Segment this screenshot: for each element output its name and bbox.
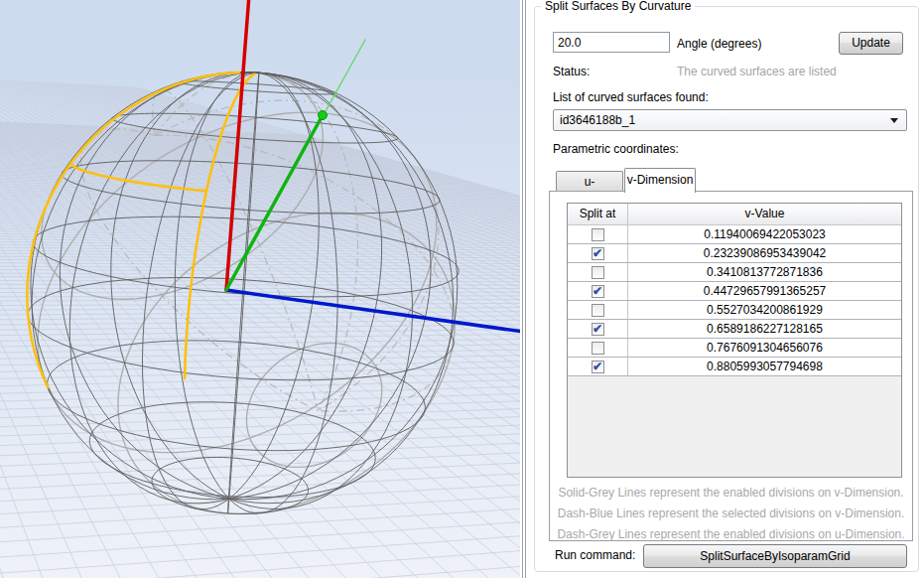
table-row: ✔0.44729657991365257 bbox=[568, 282, 901, 301]
surface-dropdown-value: id3646188b_1 bbox=[560, 113, 635, 127]
checkbox-cell: ✔ bbox=[568, 358, 628, 375]
split-checkbox[interactable] bbox=[592, 266, 604, 279]
tab-content-panel: Split at v-Value 0.11940069422053023✔0.2… bbox=[549, 191, 913, 541]
surface-dropdown[interactable]: id3646188b_1 bbox=[553, 109, 907, 131]
v-value-cell[interactable]: 0.44729657991365257 bbox=[628, 282, 901, 300]
v-value-cell[interactable]: 0.3410813772871836 bbox=[628, 263, 901, 281]
split-checkbox[interactable]: ✔ bbox=[592, 285, 604, 298]
split-checkbox[interactable]: ✔ bbox=[592, 323, 604, 336]
checkbox-cell: ✔ bbox=[568, 320, 628, 338]
parametric-label: Parametric coordinates: bbox=[553, 142, 679, 156]
angle-label: Angle (degrees) bbox=[677, 37, 761, 51]
legend-line-solid-grey: Solid-Grey Lines represent the enabled d… bbox=[550, 486, 912, 500]
header-v-value: v-Value bbox=[628, 204, 901, 224]
checkbox-cell bbox=[568, 301, 628, 319]
split-checkbox[interactable]: ✔ bbox=[592, 247, 604, 260]
update-button[interactable]: Update bbox=[839, 32, 903, 55]
v-value-cell[interactable]: 0.7676091304656076 bbox=[628, 339, 901, 357]
table-row: 0.5527034200861929 bbox=[568, 301, 901, 320]
table-row: ✔0.23239086953439042 bbox=[568, 244, 901, 263]
axis-endpoint-marker bbox=[319, 111, 328, 120]
viewport-canvas[interactable] bbox=[0, 0, 520, 578]
tab-u-dimension[interactable]: u-Dimension bbox=[556, 171, 623, 192]
panel-title: Split Surfaces By Curvature bbox=[541, 0, 695, 13]
checkbox-cell bbox=[568, 263, 628, 281]
chevron-down-icon bbox=[890, 118, 898, 123]
split-checkbox[interactable] bbox=[592, 304, 604, 317]
v-value-cell[interactable]: 0.8805993057794698 bbox=[628, 358, 901, 375]
v-value-cell[interactable]: 0.6589186227128165 bbox=[628, 320, 901, 338]
legend-line-dash-grey: Dash-Grey Lines represent the enabled di… bbox=[550, 527, 912, 541]
table-row: 0.11940069422053023 bbox=[568, 225, 901, 244]
tab-v-dimension[interactable]: v-Dimension bbox=[624, 168, 696, 193]
application-window: Split Surfaces By Curvature Angle (degre… bbox=[0, 0, 924, 578]
v-value-cell[interactable]: 0.11940069422053023 bbox=[628, 225, 901, 243]
checkbox-cell bbox=[568, 225, 628, 243]
split-table: Split at v-Value 0.11940069422053023✔0.2… bbox=[567, 203, 902, 478]
table-header-row: Split at v-Value bbox=[568, 204, 901, 225]
table-row: 0.3410813772871836 bbox=[568, 263, 901, 282]
split-checkbox[interactable] bbox=[592, 228, 604, 241]
panel-splitter[interactable] bbox=[520, 0, 528, 578]
split-checkbox[interactable] bbox=[592, 342, 604, 355]
split-surfaces-panel: Split Surfaces By Curvature Angle (degre… bbox=[528, 0, 924, 578]
split-checkbox[interactable]: ✔ bbox=[592, 361, 604, 373]
table-row: 0.7676091304656076 bbox=[568, 339, 901, 358]
table-body: 0.11940069422053023✔0.232390869534390420… bbox=[568, 225, 901, 376]
status-label: Status: bbox=[553, 65, 590, 78]
v-value-cell[interactable]: 0.23239086953439042 bbox=[628, 244, 901, 262]
v-value-cell[interactable]: 0.5527034200861929 bbox=[628, 301, 901, 319]
legend-line-dash-blue: Dash-Blue Lines represent the selected d… bbox=[550, 506, 912, 520]
run-command-label: Run command: bbox=[555, 548, 635, 562]
status-value: The curved surfaces are listed bbox=[677, 65, 837, 78]
header-split-at: Split at bbox=[568, 204, 628, 224]
run-command-button[interactable]: SplitSurfaceByIsoparamGrid bbox=[643, 544, 907, 568]
checkbox-cell: ✔ bbox=[568, 282, 628, 300]
table-row: ✔0.6589186227128165 bbox=[568, 320, 901, 339]
surface-list-label: List of curved surfaces found: bbox=[553, 90, 709, 104]
checkbox-cell: ✔ bbox=[568, 244, 628, 262]
angle-input[interactable] bbox=[553, 32, 670, 53]
checkbox-cell bbox=[568, 339, 628, 357]
3d-viewport[interactable] bbox=[0, 0, 520, 578]
table-row: ✔0.8805993057794698 bbox=[568, 358, 901, 376]
